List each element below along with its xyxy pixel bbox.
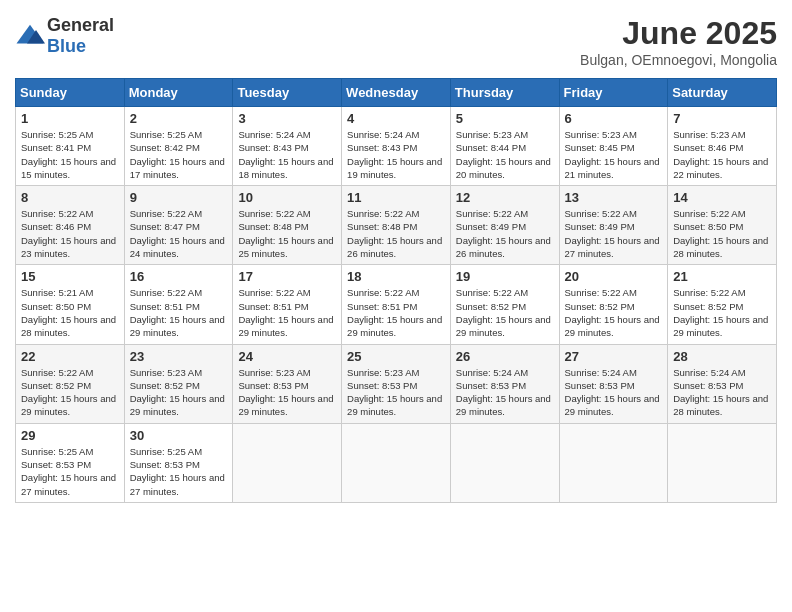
sunset-label: Sunset: 8:52 PM	[130, 380, 200, 391]
day-info: Sunrise: 5:24 AM Sunset: 8:53 PM Dayligh…	[565, 366, 663, 419]
day-info: Sunrise: 5:24 AM Sunset: 8:43 PM Dayligh…	[347, 128, 445, 181]
daylight-label: Daylight: 15 hours and 21 minutes.	[565, 156, 660, 180]
calendar-cell: 21 Sunrise: 5:22 AM Sunset: 8:52 PM Dayl…	[668, 265, 777, 344]
sunrise-label: Sunrise: 5:23 AM	[565, 129, 637, 140]
day-info: Sunrise: 5:22 AM Sunset: 8:51 PM Dayligh…	[238, 286, 336, 339]
day-info: Sunrise: 5:23 AM Sunset: 8:52 PM Dayligh…	[130, 366, 228, 419]
daylight-label: Daylight: 15 hours and 17 minutes.	[130, 156, 225, 180]
sunset-label: Sunset: 8:43 PM	[238, 142, 308, 153]
calendar-cell: 3 Sunrise: 5:24 AM Sunset: 8:43 PM Dayli…	[233, 107, 342, 186]
day-number: 29	[21, 428, 119, 443]
sunset-label: Sunset: 8:48 PM	[238, 221, 308, 232]
daylight-label: Daylight: 15 hours and 27 minutes.	[130, 472, 225, 496]
day-number: 5	[456, 111, 554, 126]
daylight-label: Daylight: 15 hours and 29 minutes.	[565, 393, 660, 417]
daylight-label: Daylight: 15 hours and 20 minutes.	[456, 156, 551, 180]
day-info: Sunrise: 5:22 AM Sunset: 8:48 PM Dayligh…	[238, 207, 336, 260]
calendar-cell: 18 Sunrise: 5:22 AM Sunset: 8:51 PM Dayl…	[342, 265, 451, 344]
daylight-label: Daylight: 15 hours and 19 minutes.	[347, 156, 442, 180]
day-number: 30	[130, 428, 228, 443]
daylight-label: Daylight: 15 hours and 29 minutes.	[673, 314, 768, 338]
day-info: Sunrise: 5:22 AM Sunset: 8:47 PM Dayligh…	[130, 207, 228, 260]
calendar-cell: 9 Sunrise: 5:22 AM Sunset: 8:47 PM Dayli…	[124, 186, 233, 265]
day-number: 17	[238, 269, 336, 284]
day-info: Sunrise: 5:25 AM Sunset: 8:53 PM Dayligh…	[130, 445, 228, 498]
sunset-label: Sunset: 8:48 PM	[347, 221, 417, 232]
calendar-title: June 2025	[580, 15, 777, 52]
sunrise-label: Sunrise: 5:22 AM	[456, 208, 528, 219]
daylight-label: Daylight: 15 hours and 29 minutes.	[238, 393, 333, 417]
day-info: Sunrise: 5:22 AM Sunset: 8:52 PM Dayligh…	[21, 366, 119, 419]
week-row-3: 15 Sunrise: 5:21 AM Sunset: 8:50 PM Dayl…	[16, 265, 777, 344]
sunset-label: Sunset: 8:53 PM	[456, 380, 526, 391]
sunrise-label: Sunrise: 5:24 AM	[565, 367, 637, 378]
sunrise-label: Sunrise: 5:23 AM	[238, 367, 310, 378]
calendar-header: SundayMondayTuesdayWednesdayThursdayFrid…	[16, 79, 777, 107]
day-number: 25	[347, 349, 445, 364]
daylight-label: Daylight: 15 hours and 26 minutes.	[347, 235, 442, 259]
sunrise-label: Sunrise: 5:21 AM	[21, 287, 93, 298]
day-number: 8	[21, 190, 119, 205]
day-info: Sunrise: 5:22 AM Sunset: 8:52 PM Dayligh…	[673, 286, 771, 339]
day-info: Sunrise: 5:24 AM Sunset: 8:53 PM Dayligh…	[673, 366, 771, 419]
sunrise-label: Sunrise: 5:23 AM	[456, 129, 528, 140]
day-info: Sunrise: 5:23 AM Sunset: 8:53 PM Dayligh…	[238, 366, 336, 419]
daylight-label: Daylight: 15 hours and 15 minutes.	[21, 156, 116, 180]
day-number: 16	[130, 269, 228, 284]
header-saturday: Saturday	[668, 79, 777, 107]
sunset-label: Sunset: 8:53 PM	[565, 380, 635, 391]
daylight-label: Daylight: 15 hours and 29 minutes.	[21, 393, 116, 417]
daylight-label: Daylight: 15 hours and 27 minutes.	[565, 235, 660, 259]
logo-icon	[15, 21, 45, 51]
sunrise-label: Sunrise: 5:22 AM	[130, 287, 202, 298]
day-info: Sunrise: 5:25 AM Sunset: 8:53 PM Dayligh…	[21, 445, 119, 498]
sunset-label: Sunset: 8:52 PM	[565, 301, 635, 312]
sunrise-label: Sunrise: 5:23 AM	[130, 367, 202, 378]
logo: General Blue	[15, 15, 114, 57]
daylight-label: Daylight: 15 hours and 29 minutes.	[130, 314, 225, 338]
calendar-cell: 2 Sunrise: 5:25 AM Sunset: 8:42 PM Dayli…	[124, 107, 233, 186]
calendar-cell: 25 Sunrise: 5:23 AM Sunset: 8:53 PM Dayl…	[342, 344, 451, 423]
sunset-label: Sunset: 8:52 PM	[21, 380, 91, 391]
day-info: Sunrise: 5:23 AM Sunset: 8:44 PM Dayligh…	[456, 128, 554, 181]
header-sunday: Sunday	[16, 79, 125, 107]
calendar-cell	[668, 423, 777, 502]
sunrise-label: Sunrise: 5:22 AM	[347, 208, 419, 219]
calendar-cell: 5 Sunrise: 5:23 AM Sunset: 8:44 PM Dayli…	[450, 107, 559, 186]
week-row-4: 22 Sunrise: 5:22 AM Sunset: 8:52 PM Dayl…	[16, 344, 777, 423]
daylight-label: Daylight: 15 hours and 27 minutes.	[21, 472, 116, 496]
header-monday: Monday	[124, 79, 233, 107]
day-number: 13	[565, 190, 663, 205]
calendar-cell: 8 Sunrise: 5:22 AM Sunset: 8:46 PM Dayli…	[16, 186, 125, 265]
day-info: Sunrise: 5:24 AM Sunset: 8:53 PM Dayligh…	[456, 366, 554, 419]
calendar-cell: 22 Sunrise: 5:22 AM Sunset: 8:52 PM Dayl…	[16, 344, 125, 423]
daylight-label: Daylight: 15 hours and 22 minutes.	[673, 156, 768, 180]
day-number: 10	[238, 190, 336, 205]
daylight-label: Daylight: 15 hours and 29 minutes.	[347, 314, 442, 338]
sunrise-label: Sunrise: 5:25 AM	[130, 129, 202, 140]
day-number: 22	[21, 349, 119, 364]
calendar-cell: 11 Sunrise: 5:22 AM Sunset: 8:48 PM Dayl…	[342, 186, 451, 265]
day-number: 3	[238, 111, 336, 126]
day-number: 15	[21, 269, 119, 284]
sunset-label: Sunset: 8:45 PM	[565, 142, 635, 153]
calendar-cell: 24 Sunrise: 5:23 AM Sunset: 8:53 PM Dayl…	[233, 344, 342, 423]
daylight-label: Daylight: 15 hours and 25 minutes.	[238, 235, 333, 259]
sunrise-label: Sunrise: 5:23 AM	[673, 129, 745, 140]
week-row-1: 1 Sunrise: 5:25 AM Sunset: 8:41 PM Dayli…	[16, 107, 777, 186]
sunrise-label: Sunrise: 5:22 AM	[673, 208, 745, 219]
calendar-cell	[450, 423, 559, 502]
week-row-2: 8 Sunrise: 5:22 AM Sunset: 8:46 PM Dayli…	[16, 186, 777, 265]
day-number: 7	[673, 111, 771, 126]
day-info: Sunrise: 5:22 AM Sunset: 8:51 PM Dayligh…	[347, 286, 445, 339]
day-number: 19	[456, 269, 554, 284]
day-info: Sunrise: 5:22 AM Sunset: 8:46 PM Dayligh…	[21, 207, 119, 260]
daylight-label: Daylight: 15 hours and 29 minutes.	[456, 314, 551, 338]
daylight-label: Daylight: 15 hours and 29 minutes.	[456, 393, 551, 417]
sunset-label: Sunset: 8:52 PM	[456, 301, 526, 312]
sunset-label: Sunset: 8:46 PM	[21, 221, 91, 232]
sunset-label: Sunset: 8:44 PM	[456, 142, 526, 153]
daylight-label: Daylight: 15 hours and 18 minutes.	[238, 156, 333, 180]
day-info: Sunrise: 5:22 AM Sunset: 8:48 PM Dayligh…	[347, 207, 445, 260]
day-number: 12	[456, 190, 554, 205]
